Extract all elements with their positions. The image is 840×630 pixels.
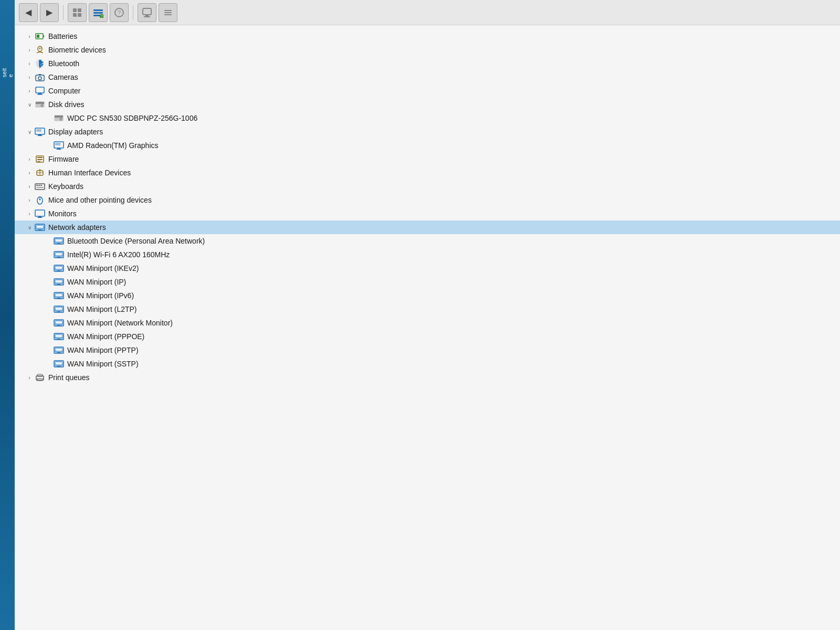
expand-icon-keyboards[interactable]: › (25, 182, 34, 191)
item-icon-print-queues (35, 372, 45, 383)
expand-icon-net-item5[interactable] (44, 291, 52, 300)
tree-item-disk-drives[interactable]: ∨Disk drives (15, 98, 840, 111)
item-label-disk-drives: Disk drives (48, 100, 84, 109)
svg-rect-44 (37, 157, 43, 158)
item-label-computer: Computer (48, 87, 80, 95)
svg-rect-1 (78, 8, 81, 12)
expand-icon-cameras[interactable]: › (25, 73, 34, 81)
toolbar-btn-6[interactable] (138, 3, 156, 22)
tree-item-display-adapters[interactable]: ∨Display adapters (15, 125, 840, 139)
toolbar-btn-4[interactable]: ? (89, 3, 108, 22)
toolbar-btn-5[interactable]: ? (110, 3, 129, 22)
tree-item-net-item7[interactable]: WAN Miniport (Network Monitor) (15, 316, 840, 330)
tree-item-firmware[interactable]: ›Firmware (15, 152, 840, 166)
toolbar-btn-7[interactable] (159, 3, 177, 22)
expand-icon-net-item7[interactable] (44, 319, 52, 327)
expand-icon-net-item4[interactable] (44, 278, 52, 286)
tree-item-net-item2[interactable]: Intel(R) Wi-Fi 6 AX200 160MHz (15, 248, 840, 261)
expand-icon-disk-item1[interactable] (44, 114, 52, 122)
svg-rect-18 (43, 35, 44, 37)
device-tree[interactable]: ›Batteries›Biometric devices›ᛒBluetooth›… (15, 25, 840, 630)
item-icon-mice (35, 195, 45, 205)
item-label-net-item1: Bluetooth Device (Personal Area Network) (67, 237, 205, 245)
tree-item-batteries[interactable]: ›Batteries (15, 29, 840, 43)
expand-icon-net-item9[interactable] (44, 346, 52, 354)
item-icon-hid (35, 167, 45, 178)
expand-icon-net-item8[interactable] (44, 332, 52, 341)
svg-rect-33 (55, 116, 63, 118)
expand-icon-display-item1[interactable] (44, 141, 52, 150)
svg-rect-30 (36, 102, 44, 104)
tree-item-net-item8[interactable]: WAN Miniport (PPPOE) (15, 330, 840, 343)
tree-item-computer[interactable]: ›Computer (15, 84, 840, 98)
expand-icon-net-item1[interactable] (44, 237, 52, 245)
svg-rect-93 (57, 325, 60, 326)
tree-item-net-item10[interactable]: WAN Miniport (SSTP) (15, 357, 840, 371)
item-label-hid: Human Interface Devices (48, 169, 131, 177)
svg-rect-51 (35, 184, 45, 190)
item-icon-net-item7 (54, 318, 64, 328)
tree-item-mice[interactable]: ›Mice and other pointing devices (15, 193, 840, 207)
tree-item-net-item9[interactable]: WAN Miniport (PPTP) (15, 343, 840, 357)
tree-item-net-item4[interactable]: WAN Miniport (IP) (15, 275, 840, 289)
item-icon-net-item8 (54, 331, 64, 342)
svg-rect-105 (57, 366, 60, 367)
tree-item-monitors[interactable]: ›Monitors (15, 207, 840, 220)
tree-item-disk-item1[interactable]: WDC PC SN530 SDBPNPZ-256G-1006 (15, 111, 840, 125)
svg-rect-77 (57, 270, 60, 271)
expand-icon-monitors[interactable]: › (25, 209, 34, 218)
svg-rect-0 (73, 8, 77, 12)
expand-icon-bluetooth[interactable]: › (25, 59, 34, 68)
item-label-mice: Mice and other pointing devices (48, 196, 152, 204)
expand-icon-biometric[interactable]: › (25, 46, 34, 54)
svg-point-25 (38, 77, 41, 80)
svg-rect-5 (93, 12, 103, 14)
expand-icon-hid[interactable]: › (25, 169, 34, 177)
forward-button[interactable]: ▶ (40, 3, 59, 22)
item-icon-biometric (35, 45, 45, 55)
svg-rect-14 (164, 10, 172, 11)
expand-icon-batteries[interactable]: › (25, 32, 34, 40)
tree-item-biometric[interactable]: ›Biometric devices (15, 43, 840, 57)
tree-item-bluetooth[interactable]: ›ᛒBluetooth (15, 57, 840, 70)
expand-icon-mice[interactable]: › (25, 196, 34, 204)
svg-rect-61 (37, 217, 43, 218)
tree-item-net-item5[interactable]: WAN Miniport (IPv6) (15, 289, 840, 302)
device-manager-window: ◀ ▶ ? ? (15, 0, 840, 630)
tree-item-net-item3[interactable]: WAN Miniport (IKEv2) (15, 261, 840, 275)
svg-rect-46 (37, 161, 40, 162)
item-icon-monitors (35, 208, 45, 219)
expand-icon-firmware[interactable]: › (25, 155, 34, 163)
expand-icon-net-item2[interactable] (44, 250, 52, 259)
expand-icon-disk-drives[interactable]: ∨ (25, 100, 34, 109)
item-icon-computer (35, 86, 45, 96)
item-label-display-item1: AMD Radeon(TM) Graphics (67, 141, 159, 150)
tree-item-net-item6[interactable]: WAN Miniport (L2TP) (15, 302, 840, 316)
svg-rect-19 (37, 35, 39, 38)
item-label-net-item3: WAN Miniport (IKEv2) (67, 264, 139, 272)
tree-item-hid[interactable]: ›Human Interface Devices (15, 166, 840, 180)
expand-icon-print-queues[interactable]: › (25, 373, 34, 382)
item-icon-net-item9 (54, 345, 64, 355)
tree-item-keyboards[interactable]: ›Keyboards (15, 180, 840, 193)
tree-item-cameras[interactable]: ›Cameras (15, 70, 840, 84)
svg-rect-97 (57, 339, 60, 340)
toolbar-btn-3[interactable] (68, 3, 87, 22)
item-label-net-item9: WAN Miniport (PPTP) (67, 346, 139, 354)
svg-rect-85 (57, 298, 60, 299)
svg-rect-15 (164, 12, 172, 13)
expand-icon-computer[interactable]: › (25, 87, 34, 95)
tree-item-print-queues[interactable]: ›Print queues (15, 371, 840, 384)
item-icon-net-item10 (54, 359, 64, 369)
item-label-net-item8: WAN Miniport (PPPOE) (67, 332, 144, 341)
tree-item-network-adapters[interactable]: ∨Network adapters (15, 220, 840, 234)
expand-icon-display-adapters[interactable]: ∨ (25, 128, 34, 136)
tree-item-net-item1[interactable]: Bluetooth Device (Personal Area Network) (15, 234, 840, 248)
expand-icon-net-item6[interactable] (44, 305, 52, 313)
expand-icon-net-item3[interactable] (44, 264, 52, 272)
expand-icon-network-adapters[interactable]: ∨ (25, 223, 34, 232)
back-button[interactable]: ◀ (19, 3, 38, 22)
tree-item-display-item1[interactable]: AMD Radeon(TM) Graphics (15, 139, 840, 152)
expand-icon-net-item10[interactable] (44, 360, 52, 368)
item-icon-display-adapters (35, 127, 45, 137)
